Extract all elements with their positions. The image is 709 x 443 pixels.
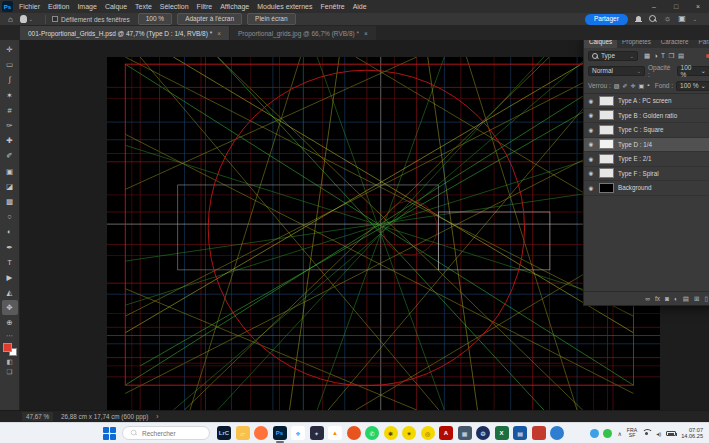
wifi-icon[interactable] bbox=[642, 429, 651, 437]
clock[interactable]: 07:07 14.06.25 bbox=[681, 427, 703, 439]
tray-blue-app-icon[interactable] bbox=[590, 429, 599, 438]
orange-app-icon[interactable] bbox=[347, 426, 361, 440]
zoom-level[interactable]: 47,67 % bbox=[22, 412, 53, 421]
path-select-tool[interactable]: ▶ bbox=[2, 270, 18, 285]
fill-value[interactable]: 100 % ⌄ bbox=[676, 81, 709, 91]
menu-item[interactable]: Texte bbox=[135, 3, 152, 10]
photoshop-icon[interactable]: Ps bbox=[273, 426, 287, 440]
lightroom-icon[interactable]: LrC bbox=[217, 426, 231, 440]
layer-row[interactable]: ◉ Type E : 2/1 bbox=[584, 152, 709, 167]
blue-office-app-icon[interactable]: ▤ bbox=[513, 426, 527, 440]
battery-icon[interactable] bbox=[666, 431, 676, 436]
layer-style-icon[interactable]: fx bbox=[655, 295, 660, 302]
layer-visibility-icon[interactable]: ◉ bbox=[587, 98, 595, 104]
yellow-utility-3-icon[interactable]: ◎ bbox=[421, 426, 435, 440]
start-button[interactable] bbox=[103, 427, 116, 440]
volume-icon[interactable]: ◂) bbox=[656, 430, 661, 437]
new-group-icon[interactable]: ▤ bbox=[683, 295, 689, 303]
layer-thumbnail[interactable] bbox=[599, 168, 614, 178]
layer-row[interactable]: ◉ Type A : PC screen bbox=[584, 94, 709, 109]
link-layers-icon[interactable]: ∞ bbox=[645, 295, 650, 302]
fit-screen-button[interactable]: Adapter à l'écran bbox=[177, 13, 242, 25]
shape-tool[interactable]: ◭ bbox=[2, 285, 18, 300]
layer-thumbnail[interactable] bbox=[599, 154, 614, 164]
filter-type-select[interactable]: Type ⌄ bbox=[588, 51, 638, 61]
marquee-tool[interactable]: ▭ bbox=[2, 57, 18, 72]
yellow-utility-2-icon[interactable]: ✷ bbox=[402, 426, 416, 440]
filter-pixel-icon[interactable]: ▦ bbox=[644, 52, 650, 60]
close-button[interactable]: × bbox=[687, 3, 709, 10]
vlc-icon[interactable]: ▲ bbox=[328, 426, 342, 440]
lock-all-icon[interactable]: ▪ bbox=[647, 82, 649, 89]
eraser-tool[interactable]: ◪ bbox=[2, 179, 18, 194]
delete-layer-icon[interactable]: ▯ bbox=[704, 295, 708, 303]
eyedropper-tool[interactable]: ✑ bbox=[2, 118, 18, 133]
layer-thumbnail[interactable] bbox=[599, 96, 614, 106]
scroll-all-windows-checkbox[interactable] bbox=[52, 16, 58, 22]
home-icon[interactable]: ⌂ bbox=[8, 15, 13, 24]
menu-item[interactable]: Affichage bbox=[220, 3, 249, 10]
layer-row[interactable]: ◉ Type D : 1/4 bbox=[584, 138, 709, 153]
discover-icon[interactable]: ☼ bbox=[664, 15, 671, 23]
yellow-utility-1-icon[interactable]: ✱ bbox=[384, 426, 398, 440]
edit-toolbar-icon[interactable]: ⋯ bbox=[6, 332, 13, 340]
layer-row[interactable]: ◉ Type F : Spiral bbox=[584, 167, 709, 182]
layer-visibility-icon[interactable]: ◉ bbox=[587, 112, 595, 118]
maximize-button[interactable]: □ bbox=[665, 3, 687, 10]
screen-mode-icon[interactable]: ❏ bbox=[7, 368, 13, 376]
menu-item[interactable]: Sélection bbox=[160, 3, 189, 10]
layer-row[interactable]: ◉ Background bbox=[584, 181, 709, 196]
filter-smart-icon[interactable]: ▤ bbox=[678, 52, 684, 60]
lock-position-icon[interactable]: ✛ bbox=[630, 82, 635, 89]
zoom-100-button[interactable]: 100 % bbox=[138, 13, 172, 25]
notifications-icon[interactable] bbox=[635, 16, 642, 23]
layer-visibility-icon[interactable]: ◉ bbox=[587, 127, 595, 133]
crop-tool[interactable]: # bbox=[2, 103, 18, 118]
document-canvas[interactable] bbox=[107, 57, 660, 410]
filter-adjustment-icon[interactable]: ◑ bbox=[654, 52, 658, 60]
move-tool[interactable]: ✛ bbox=[2, 42, 18, 57]
new-layer-icon[interactable]: ⊞ bbox=[694, 295, 699, 303]
taskbar-search[interactable] bbox=[122, 426, 210, 440]
color-swatches[interactable] bbox=[3, 343, 17, 356]
filter-shape-icon[interactable]: ❐ bbox=[669, 52, 675, 60]
lock-paint-icon[interactable]: ✐ bbox=[622, 82, 627, 89]
tray-green-app-icon[interactable] bbox=[603, 429, 612, 438]
layer-thumbnail[interactable] bbox=[599, 139, 614, 149]
layer-thumbnail[interactable] bbox=[599, 183, 614, 193]
magic-wand-tool[interactable]: ✶ bbox=[2, 88, 18, 103]
blue-round-app-icon[interactable] bbox=[550, 426, 564, 440]
dark-round-app-icon[interactable]: ❂ bbox=[476, 426, 490, 440]
share-button[interactable]: Partager bbox=[585, 14, 628, 25]
hand-tool[interactable]: ✥ bbox=[2, 300, 18, 315]
minimize-button[interactable]: – bbox=[643, 3, 665, 10]
zoom-tool[interactable]: ⊕ bbox=[2, 315, 18, 330]
excel-icon[interactable]: X bbox=[495, 426, 509, 440]
document-tab-inactive[interactable]: Proportional_grids.jpg @ 66,7% (RVB/8) *… bbox=[230, 26, 376, 40]
lasso-tool[interactable]: ∫ bbox=[2, 72, 18, 87]
pen-tool[interactable]: ✒ bbox=[2, 239, 18, 254]
close-icon[interactable]: × bbox=[364, 30, 368, 37]
hand-tool-icon[interactable] bbox=[20, 15, 27, 23]
layer-row[interactable]: ◉ Type C : Square bbox=[584, 123, 709, 138]
search-icon[interactable] bbox=[649, 15, 657, 23]
file-explorer-icon[interactable]: ▱ bbox=[236, 426, 250, 440]
menu-item[interactable]: Image bbox=[77, 3, 96, 10]
blur-tool[interactable]: ○ bbox=[2, 209, 18, 224]
layer-thumbnail[interactable] bbox=[599, 110, 614, 120]
opacity-value[interactable]: 100 % ⌄ bbox=[677, 66, 709, 76]
dodge-tool[interactable]: ◐ bbox=[2, 224, 18, 239]
lock-transparency-icon[interactable]: ▨ bbox=[614, 82, 620, 89]
language-indicator[interactable]: FRA SF bbox=[627, 428, 637, 439]
layer-visibility-icon[interactable]: ◉ bbox=[587, 141, 595, 147]
layer-visibility-icon[interactable]: ◉ bbox=[587, 156, 595, 162]
workspace-icon[interactable]: ▣ bbox=[678, 15, 686, 23]
tray-overflow-icon[interactable]: ∧ bbox=[617, 430, 621, 437]
menu-item[interactable]: Modules externes bbox=[257, 3, 312, 10]
calculator-icon[interactable]: ▦ bbox=[458, 426, 472, 440]
photos-icon[interactable]: ❖ bbox=[291, 426, 305, 440]
workspace-chevron-icon[interactable]: ⌄ bbox=[693, 16, 697, 22]
close-icon[interactable]: × bbox=[217, 30, 221, 37]
adjustment-layer-icon[interactable]: ◐ bbox=[674, 295, 678, 302]
foreground-color-swatch[interactable] bbox=[3, 343, 12, 352]
